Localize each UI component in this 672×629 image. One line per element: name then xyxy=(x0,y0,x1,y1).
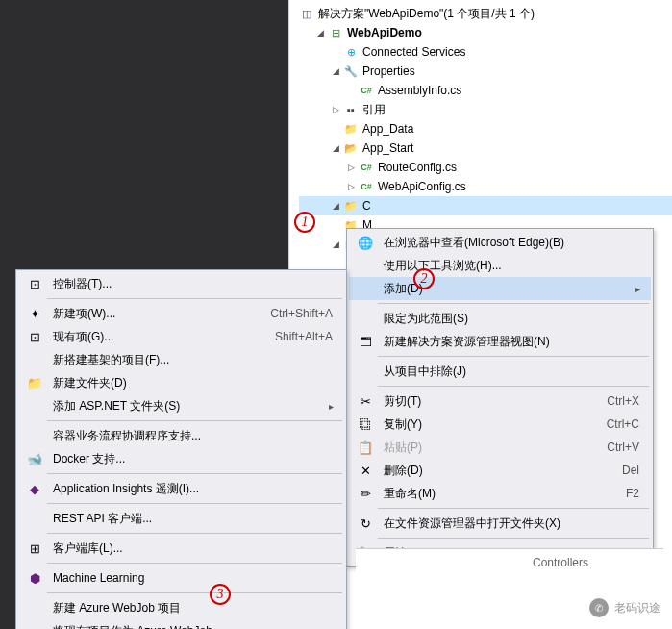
new-item-icon: ✦ xyxy=(22,307,47,321)
expander-icon[interactable]: ◢ xyxy=(330,200,341,212)
menu-new-folder[interactable]: 📁 新建文件夹(D) xyxy=(18,371,344,394)
menu-rename[interactable]: ✏ 重命名(M) F2 xyxy=(349,482,651,505)
new-folder-icon: 📁 xyxy=(22,376,47,390)
expander-icon[interactable]: ◢ xyxy=(330,142,341,154)
menu-existing-item[interactable]: ⊡ 现有项(G)... Shift+Alt+A xyxy=(18,325,344,348)
menu-separator xyxy=(47,420,342,421)
menu-copy[interactable]: ⿻ 复制(Y) Ctrl+C xyxy=(349,413,651,436)
docker-icon: 🐋 xyxy=(22,452,47,466)
solution-title: 解决方案"WebApiDemo"(1 个项目/共 1 个) xyxy=(318,6,535,22)
routeconfig-node[interactable]: ▷ C# RouteConfig.cs xyxy=(299,158,672,177)
menu-aspnet-folder[interactable]: 添加 ASP.NET 文件夹(S) ▸ xyxy=(18,394,344,417)
webapiconfig-label: WebApiConfig.cs xyxy=(378,180,466,193)
menu-new-solution-view[interactable]: 🗔 新建解决方案资源管理器视图(N) xyxy=(349,330,651,353)
solution-node[interactable]: ◫ 解决方案"WebApiDemo"(1 个项目/共 1 个) xyxy=(299,4,672,23)
cs-file-icon: C# xyxy=(359,83,374,98)
menu-open-in-explorer[interactable]: ↻ 在文件资源管理器中打开文件夹(X) xyxy=(349,512,651,535)
assemblyinfo-label: AssemblyInfo.cs xyxy=(378,84,461,97)
expander-spacer xyxy=(330,219,341,231)
csharp-project-icon: ⊞ xyxy=(328,25,343,40)
solution-tree: ◫ 解决方案"WebApiDemo"(1 个项目/共 1 个) ◢ ⊞ WebA… xyxy=(289,0,672,254)
property-row[interactable]: Controllers xyxy=(360,553,660,572)
menu-view-in-browser[interactable]: 🌐 在浏览器中查看(Microsoft Edge)(B) xyxy=(349,231,651,254)
menu-docker-support[interactable]: 🐋 Docker 支持... xyxy=(18,447,344,470)
existing-item-icon: ⊡ xyxy=(22,330,47,344)
new-view-icon: 🗔 xyxy=(353,335,378,349)
wrench-icon: 🔧 xyxy=(343,63,359,79)
connected-services-icon: ⊕ xyxy=(343,44,359,60)
paste-icon: 📋 xyxy=(353,440,378,455)
expander-icon[interactable]: ▷ xyxy=(345,181,357,192)
connected-services-node[interactable]: ⊕ Connected Services xyxy=(299,42,672,62)
context-menu-main: 🌐 在浏览器中查看(Microsoft Edge)(B) 使用以下工具浏览(H)… xyxy=(346,228,654,567)
delete-icon: ✕ xyxy=(353,464,378,478)
cut-icon: ✂ xyxy=(353,394,378,409)
references-node[interactable]: ▷ ▪▪ 引用 xyxy=(299,100,672,119)
assemblyinfo-node[interactable]: C# AssemblyInfo.cs xyxy=(299,81,672,100)
explorer-icon: ↻ xyxy=(353,516,378,531)
menu-separator xyxy=(378,508,649,509)
menu-separator xyxy=(378,386,649,387)
submenu-arrow-icon: ▸ xyxy=(329,401,340,412)
insights-icon: ◆ xyxy=(22,482,47,496)
menu-separator xyxy=(47,503,342,504)
watermark-text: 老码识途 xyxy=(614,600,660,616)
references-icon: ▪▪ xyxy=(343,102,359,117)
appstart-label: App_Start xyxy=(362,141,413,155)
menu-separator xyxy=(47,473,342,474)
folder-icon: 📁 xyxy=(343,121,359,137)
menu-scope-to-this[interactable]: 限定为此范围(S) xyxy=(349,307,651,330)
routeconfig-label: RouteConfig.cs xyxy=(378,161,457,174)
add-submenu: ⊡ 控制器(T)... ✦ 新建项(W)... Ctrl+Shift+A ⊡ 现… xyxy=(15,269,347,629)
references-label: 引用 xyxy=(362,102,386,118)
controllers-node[interactable]: ◢ 📁 C xyxy=(299,196,672,215)
menu-rest-api[interactable]: REST API 客户端... xyxy=(18,507,344,530)
cs-file-icon: C# xyxy=(359,160,374,175)
watermark: ✆ 老码识途 xyxy=(589,598,660,617)
submenu-arrow-icon: ▸ xyxy=(635,284,647,294)
menu-machine-learning[interactable]: ⬢ Machine Learning xyxy=(18,566,344,590)
menu-existing-azure-webjob[interactable]: 将现有项目作为 Azure WebJob xyxy=(18,619,344,629)
project-name: WebApiDemo xyxy=(347,26,422,39)
menu-client-library[interactable]: ⊞ 客户端库(L)... xyxy=(18,537,344,560)
menu-container-support[interactable]: 容器业务流程协调程序支持... xyxy=(18,424,344,447)
folder-icon: 📁 xyxy=(343,198,359,214)
menu-delete[interactable]: ✕ 删除(D) Del xyxy=(349,459,651,482)
menu-browse-with[interactable]: 使用以下工具浏览(H)... xyxy=(349,254,651,277)
menu-separator xyxy=(378,538,649,539)
appdata-node[interactable]: 📁 App_Data xyxy=(299,119,672,138)
controller-icon: ⊡ xyxy=(22,277,47,291)
menu-scaffold[interactable]: 新搭建基架的项目(F)... xyxy=(18,348,344,371)
menu-app-insights[interactable]: ◆ Application Insights 遥测(I)... xyxy=(18,477,344,500)
expander-icon[interactable]: ◢ xyxy=(330,239,341,250)
ml-icon: ⬢ xyxy=(22,571,47,586)
menu-cut[interactable]: ✂ 剪切(T) Ctrl+X xyxy=(349,390,651,413)
expander-icon[interactable]: ▷ xyxy=(330,104,341,115)
menu-controller[interactable]: ⊡ 控制器(T)... xyxy=(18,272,344,295)
connected-services-label: Connected Services xyxy=(362,45,465,59)
client-lib-icon: ⊞ xyxy=(22,541,47,556)
expander-spacer xyxy=(330,123,341,135)
expander-icon[interactable]: ▷ xyxy=(345,162,357,173)
menu-separator xyxy=(47,533,342,534)
appstart-node[interactable]: ◢ 📂 App_Start xyxy=(299,138,672,158)
expander-spacer xyxy=(345,85,357,96)
project-node[interactable]: ◢ ⊞ WebApiDemo xyxy=(299,23,672,42)
menu-separator xyxy=(47,563,342,564)
properties-label: Properties xyxy=(362,64,415,78)
expander-icon[interactable]: ◢ xyxy=(330,65,341,77)
menu-new-item[interactable]: ✦ 新建项(W)... Ctrl+Shift+A xyxy=(18,302,344,325)
properties-node[interactable]: ◢ 🔧 Properties xyxy=(299,62,672,81)
browser-icon: 🌐 xyxy=(353,236,378,250)
expander-icon[interactable]: ◢ xyxy=(314,27,326,38)
menu-add[interactable]: 添加(D) ▸ xyxy=(349,277,651,300)
folder-icon: 📂 xyxy=(343,140,359,156)
menu-separator xyxy=(47,298,342,299)
menu-separator xyxy=(378,303,649,304)
property-value: Controllers xyxy=(533,556,588,569)
menu-new-azure-webjob[interactable]: 新建 Azure WebJob 项目 xyxy=(18,596,344,619)
webapiconfig-node[interactable]: ▷ C# WebApiConfig.cs xyxy=(299,177,672,196)
expander-spacer xyxy=(330,46,341,58)
menu-exclude[interactable]: 从项目中排除(J) xyxy=(349,360,651,383)
solution-icon: ◫ xyxy=(299,6,314,21)
